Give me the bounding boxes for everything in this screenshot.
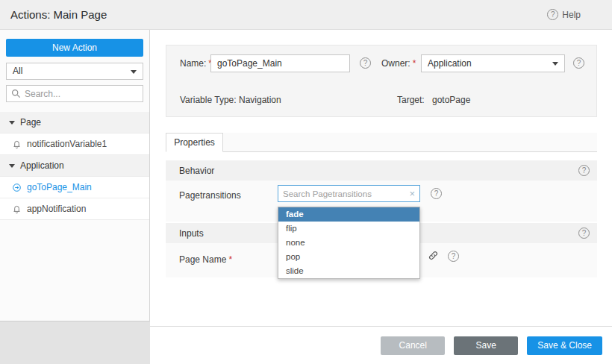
page-name-label: Page Name* xyxy=(179,254,232,265)
cancel-button[interactable]: Cancel xyxy=(381,336,445,355)
pagetransitions-combobox: × xyxy=(278,185,420,202)
owner-label: Owner:* xyxy=(381,58,416,69)
page-name-help-icon[interactable]: ? xyxy=(448,251,459,262)
search-icon xyxy=(11,89,21,98)
variable-type-value: Navigation xyxy=(239,95,281,105)
dropdown-option-flip[interactable]: flip xyxy=(278,222,419,236)
save-close-button[interactable]: Save & Close xyxy=(527,336,602,355)
tab-strip: Properties xyxy=(166,133,597,152)
tree-group-label: Page xyxy=(20,117,41,128)
tree-item-app-notification[interactable]: appNotification xyxy=(0,198,149,220)
link-icon[interactable] xyxy=(428,250,439,261)
help-button[interactable]: ? Help xyxy=(547,9,581,20)
inputs-help-icon[interactable]: ? xyxy=(578,228,590,239)
target-value: gotoPage xyxy=(432,95,470,105)
main-content: Name:* ? Owner:* Application ? Variable … xyxy=(150,30,612,326)
pagetransitions-dropdown: fade flip none pop slide xyxy=(278,207,420,279)
header: Actions: Main Page ? Help xyxy=(0,0,612,30)
footer-bar: Cancel Save Save & Close xyxy=(150,326,612,364)
help-label: Help xyxy=(562,10,581,20)
tree-group-application[interactable]: Application xyxy=(0,155,149,177)
owner-help-icon[interactable]: ? xyxy=(573,57,584,69)
sidebar-bottom-panel xyxy=(0,321,150,364)
goto-page-icon xyxy=(12,183,22,192)
variable-type-label: Variable Type: xyxy=(180,95,237,105)
notification-icon xyxy=(12,204,22,214)
action-form-panel: Name:* ? Owner:* Application ? Variable … xyxy=(166,45,597,117)
variable-icon xyxy=(12,139,22,149)
sidebar: New Action All Page notificationVariable… xyxy=(0,30,150,321)
clear-icon[interactable]: × xyxy=(409,189,415,198)
tree-group-page[interactable]: Page xyxy=(0,112,149,134)
required-mark: * xyxy=(228,254,232,265)
sidebar-search xyxy=(6,85,143,102)
new-action-button[interactable]: New Action xyxy=(6,39,143,57)
dropdown-option-fade[interactable]: fade xyxy=(278,207,419,222)
app-root: Actions: Main Page ? Help New Action All… xyxy=(0,0,612,364)
name-label: Name:* xyxy=(180,58,212,69)
pagetransitions-search-input[interactable] xyxy=(283,189,409,198)
filter-select[interactable]: All xyxy=(6,63,143,80)
filter-select-value: All xyxy=(13,66,22,76)
required-mark: * xyxy=(413,58,416,69)
owner-select[interactable]: Application xyxy=(421,54,565,72)
dropdown-option-none[interactable]: none xyxy=(278,236,419,250)
tree-group-label: Application xyxy=(20,160,64,171)
tree-item-gotopage[interactable]: goToPage_Main xyxy=(0,177,149,198)
tab-properties[interactable]: Properties xyxy=(166,133,223,152)
tree-item-label: notificationVariable1 xyxy=(27,139,107,149)
search-input[interactable] xyxy=(25,89,138,99)
behavior-section-title: Behavior xyxy=(179,166,214,176)
chevron-down-icon xyxy=(131,70,137,74)
behavior-help-icon[interactable]: ? xyxy=(578,165,590,176)
save-button[interactable]: Save xyxy=(454,336,518,355)
tree-item-notification-variable[interactable]: notificationVariable1 xyxy=(0,134,149,155)
owner-select-value: Application xyxy=(428,58,472,69)
tree-item-label: goToPage_Main xyxy=(27,182,92,192)
collapse-arrow-icon xyxy=(9,164,15,168)
pagetransitions-label: Pagetransitions xyxy=(179,190,241,201)
name-help-icon[interactable]: ? xyxy=(360,57,371,69)
target-label: Target: xyxy=(397,95,425,105)
name-input[interactable] xyxy=(210,54,350,72)
tree-item-label: appNotification xyxy=(27,204,86,214)
pagetransitions-help-icon[interactable]: ? xyxy=(431,188,442,199)
behavior-section-header: Behavior ? xyxy=(166,160,597,181)
help-icon: ? xyxy=(547,9,558,20)
dropdown-option-slide[interactable]: slide xyxy=(278,264,419,278)
variable-tree: Page notificationVariable1 Application g… xyxy=(0,112,149,220)
chevron-down-icon xyxy=(552,62,558,66)
inputs-section-title: Inputs xyxy=(179,228,204,239)
collapse-arrow-icon xyxy=(9,121,15,125)
page-title: Actions: Main Page xyxy=(10,8,107,21)
dropdown-option-pop[interactable]: pop xyxy=(278,250,419,264)
